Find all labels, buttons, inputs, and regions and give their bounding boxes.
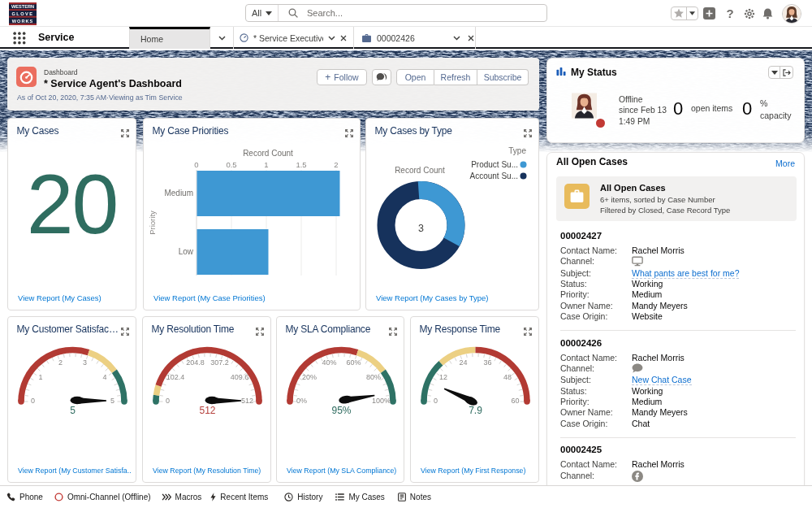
svg-text:0: 0 [31, 397, 35, 405]
svg-text:204.8: 204.8 [186, 358, 205, 367]
svg-text:4: 4 [103, 373, 107, 381]
svg-text:0: 0 [434, 397, 438, 405]
svg-text:Product Su...: Product Su... [471, 160, 518, 169]
svg-text:60: 60 [511, 397, 519, 405]
svg-text:WORKS: WORKS [12, 19, 33, 24]
svg-text:48: 48 [503, 373, 512, 381]
svg-text:512: 512 [199, 405, 215, 416]
svg-text:Medium: Medium [164, 189, 193, 198]
svg-text:36: 36 [484, 358, 492, 367]
svg-text:0%: 0% [296, 397, 307, 405]
svg-text:2: 2 [58, 358, 63, 367]
svg-text:7.9: 7.9 [469, 405, 482, 416]
svg-text:60%: 60% [347, 358, 361, 367]
svg-text:102.4: 102.4 [166, 373, 185, 381]
svg-text:1: 1 [38, 373, 42, 381]
svg-text:1.5: 1.5 [296, 160, 306, 169]
svg-text:95%: 95% [331, 405, 351, 416]
svg-text:0: 0 [194, 160, 198, 169]
svg-text:2: 2 [334, 160, 338, 169]
svg-text:24: 24 [459, 358, 467, 367]
svg-text:Account Su...: Account Su... [470, 172, 518, 180]
svg-text:5: 5 [70, 405, 76, 416]
svg-text:20%: 20% [302, 373, 317, 381]
svg-text:WESTERN: WESTERN [11, 4, 34, 9]
svg-text:12: 12 [439, 373, 447, 381]
svg-text:1: 1 [264, 160, 268, 169]
svg-text:409.6: 409.6 [231, 373, 249, 381]
svg-text:Record Count: Record Count [395, 166, 445, 175]
svg-text:Type: Type [508, 146, 526, 155]
svg-text:Priority: Priority [148, 211, 157, 235]
svg-text:Record Count: Record Count [243, 149, 293, 158]
svg-text:5: 5 [110, 397, 114, 405]
svg-text:40%: 40% [322, 358, 336, 367]
svg-text:100%: 100% [372, 397, 391, 405]
svg-text:3: 3 [418, 223, 424, 234]
svg-text:3: 3 [83, 358, 87, 367]
svg-text:GLOVE: GLOVE [11, 11, 33, 16]
svg-text:0: 0 [166, 397, 170, 405]
svg-text:307.2: 307.2 [210, 358, 229, 367]
svg-text:?: ? [726, 7, 733, 20]
svg-text:Low: Low [179, 247, 194, 256]
svg-text:0.5: 0.5 [226, 160, 236, 169]
svg-text:80%: 80% [366, 373, 381, 381]
svg-text:512: 512 [241, 397, 253, 405]
